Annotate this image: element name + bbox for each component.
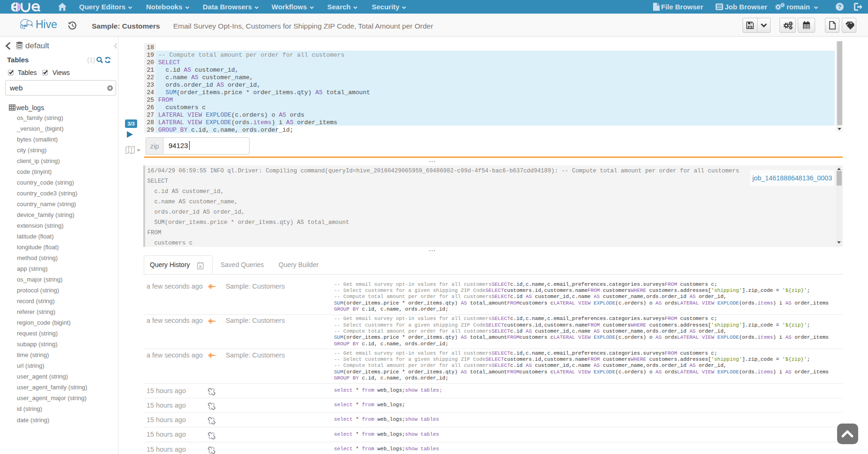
svg-text:?: ? [838, 4, 841, 10]
